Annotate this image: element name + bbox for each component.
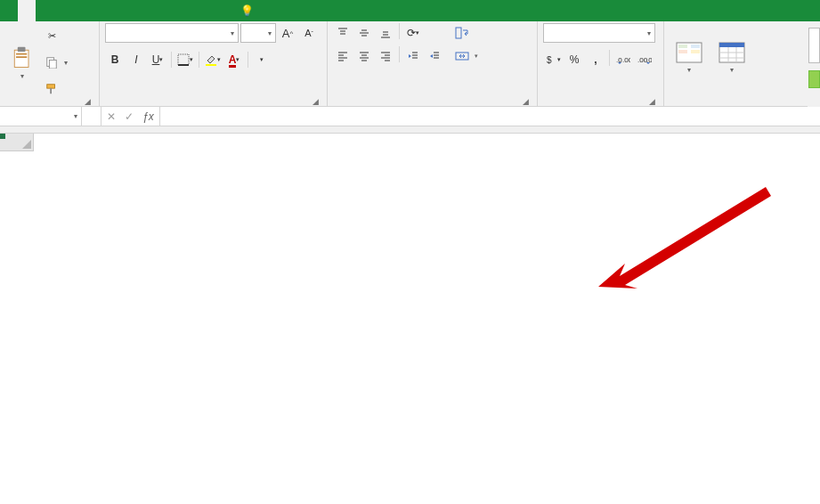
number-format-combo[interactable]: ▾	[543, 23, 655, 43]
decrease-font-button[interactable]: Aˇ	[299, 23, 319, 43]
cell-style-normal-partial[interactable]	[808, 28, 820, 63]
menu-tab-data[interactable]	[107, 0, 125, 21]
italic-button[interactable]: I	[126, 50, 146, 69]
dialog-launcher-icon[interactable]: ◢	[82, 97, 93, 106]
menu-tell-me[interactable]: 💡	[231, 0, 266, 21]
chevron-down-icon: ▾	[64, 59, 68, 67]
paste-button[interactable]: ▾	[5, 23, 39, 102]
group-number: ▾ $▾ % , .0.00 .00.0 ◢	[538, 21, 664, 106]
svg-rect-3	[16, 56, 27, 58]
name-box[interactable]: ▾	[0, 107, 82, 126]
align-middle-button[interactable]	[354, 23, 374, 43]
copy-button[interactable]: ▾	[43, 53, 69, 72]
separator	[399, 23, 400, 39]
merge-icon	[455, 49, 469, 63]
borders-button[interactable]: ▾	[175, 50, 195, 69]
comma-button[interactable]: ,	[586, 50, 605, 69]
group-clipboard: ▾ ✂ ▾	[0, 21, 100, 106]
menu-tab-pdftools[interactable]	[196, 0, 214, 21]
dialog-launcher-icon[interactable]: ◢	[310, 97, 321, 106]
svg-rect-10	[206, 64, 216, 66]
gap	[0, 126, 820, 134]
phonetic-button[interactable]: ▾	[252, 50, 272, 69]
menu-tab-template[interactable]	[36, 0, 53, 21]
menu-tab-foxit[interactable]	[178, 0, 196, 21]
group-font: ▾ ▾ A^ Aˇ B I U▾ ▾ ▾ A▾	[100, 21, 328, 106]
menu-tab-layout[interactable]	[71, 0, 89, 21]
paintbrush-icon	[45, 82, 59, 96]
separator	[399, 46, 400, 62]
merge-center-button[interactable]: ▾	[453, 46, 480, 66]
svg-rect-6	[47, 85, 55, 88]
dialog-launcher-icon[interactable]: ◢	[520, 97, 532, 106]
cell-style-good-partial[interactable]	[808, 70, 820, 88]
menu-tab-view[interactable]	[142, 0, 160, 21]
paste-icon	[10, 45, 35, 70]
align-left-button[interactable]	[333, 46, 353, 66]
align-bottom-button[interactable]	[376, 23, 395, 43]
menu-tab-help[interactable]	[160, 0, 178, 21]
svg-rect-47	[678, 45, 687, 48]
svg-rect-2	[16, 53, 27, 55]
menu-tab-formula[interactable]	[89, 0, 107, 21]
column-headers[interactable]	[34, 134, 820, 151]
svg-rect-8	[178, 54, 189, 65]
svg-rect-50	[691, 50, 700, 53]
font-name-combo[interactable]: ▾	[105, 23, 239, 43]
decrease-decimal-button[interactable]: .00.0	[635, 50, 654, 69]
select-all-button[interactable]	[0, 134, 34, 151]
separator	[609, 50, 610, 66]
enter-formula-icon[interactable]: ✓	[125, 110, 134, 123]
menu-tab-insert[interactable]	[53, 0, 71, 21]
format-table-icon	[718, 41, 746, 66]
group-styles: ▾ ▾	[664, 21, 789, 106]
font-color-button[interactable]: A▾	[224, 50, 244, 69]
menu-tab-baidu[interactable]	[214, 0, 231, 21]
menu-tab-review[interactable]	[125, 0, 142, 21]
format-painter-button[interactable]	[43, 79, 69, 99]
chevron-down-icon: ▾	[268, 29, 272, 37]
decrease-indent-button[interactable]	[403, 46, 423, 66]
menu-bar: 💡	[0, 0, 820, 21]
orientation-button[interactable]: ⟳▾	[403, 23, 423, 43]
font-size-combo[interactable]: ▾	[240, 23, 276, 43]
svg-rect-38	[456, 28, 461, 38]
wrap-text-button[interactable]	[453, 23, 480, 43]
chevron-down-icon: ▾	[730, 66, 734, 74]
accounting-format-button[interactable]: $▾	[543, 50, 563, 69]
underline-button[interactable]: U▾	[148, 50, 167, 69]
chevron-down-icon: ▾	[231, 29, 234, 37]
align-center-button[interactable]	[354, 46, 374, 66]
svg-text:$: $	[547, 55, 552, 65]
menu-tab-home[interactable]	[18, 0, 36, 21]
group-alignment: ⟳▾ ▾	[328, 21, 538, 106]
svg-rect-48	[678, 50, 687, 53]
increase-font-button[interactable]: A^	[278, 23, 297, 43]
fill-color-button[interactable]: ▾	[203, 50, 223, 69]
scissors-icon: ✂	[45, 29, 59, 44]
menu-tab-file[interactable]	[0, 0, 18, 21]
svg-rect-1	[18, 47, 26, 52]
bold-button[interactable]: B	[105, 50, 125, 69]
chevron-down-icon: ▾	[647, 29, 651, 37]
formula-input[interactable]	[160, 107, 820, 126]
chevron-down-icon: ▾	[687, 66, 691, 74]
align-right-button[interactable]	[376, 46, 395, 66]
percent-button[interactable]: %	[564, 50, 584, 69]
dialog-launcher-icon[interactable]: ◢	[646, 97, 658, 106]
increase-decimal-button[interactable]: .0.00	[613, 50, 633, 69]
svg-rect-52	[719, 43, 744, 47]
increase-indent-button[interactable]	[425, 46, 444, 66]
conditional-format-button[interactable]: ▾	[670, 23, 709, 92]
cut-button[interactable]: ✂	[43, 27, 69, 46]
conditional-format-icon	[675, 41, 703, 66]
align-top-button[interactable]	[333, 23, 353, 43]
insert-function-icon[interactable]: ƒx	[142, 110, 154, 123]
spreadsheet-grid[interactable]	[0, 134, 820, 504]
copy-icon	[45, 55, 59, 69]
svg-rect-7	[50, 88, 52, 93]
svg-rect-49	[691, 45, 700, 48]
format-table-button[interactable]: ▾	[712, 23, 751, 92]
cancel-formula-icon[interactable]: ✕	[107, 110, 116, 123]
chevron-down-icon: ▾	[475, 53, 478, 60]
